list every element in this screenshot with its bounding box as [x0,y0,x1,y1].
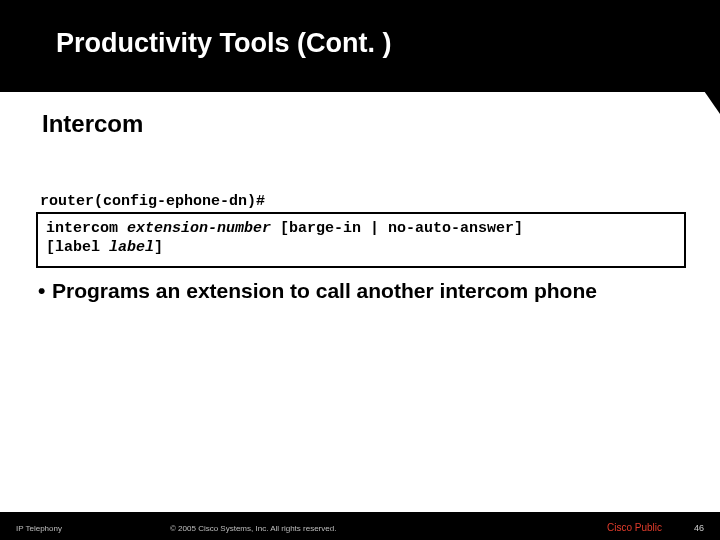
cmd-keyword: intercom [46,220,127,237]
slide-title: Productivity Tools (Cont. ) [56,28,391,59]
footer-left: IP Telephony [16,524,62,533]
bullet-item: •Programs an extension to call another i… [38,278,678,303]
cmd-keyword: [label [46,239,109,256]
footer-page-number: 46 [694,523,704,533]
cli-prompt: router(config-ephone-dn)# [40,193,265,210]
footer-public: Cisco Public [607,522,662,533]
cmd-keyword: ] [154,239,163,256]
bullet-dot: • [38,278,52,303]
cmd-arg-label: label [109,239,154,256]
cmd-arg-extension: extension-number [127,220,271,237]
section-heading: Intercom [42,110,143,138]
slide: Productivity Tools (Cont. ) Intercom rou… [0,0,720,540]
bullet-text: Programs an extension to call another in… [52,279,597,302]
footer-bar: IP Telephony © 2005 Cisco Systems, Inc. … [0,512,720,540]
footer-copyright: © 2005 Cisco Systems, Inc. All rights re… [170,524,336,533]
cmd-keyword: [barge-in | no-auto-answer] [271,220,523,237]
command-syntax-box: intercom extension-number [barge-in | no… [36,212,686,268]
